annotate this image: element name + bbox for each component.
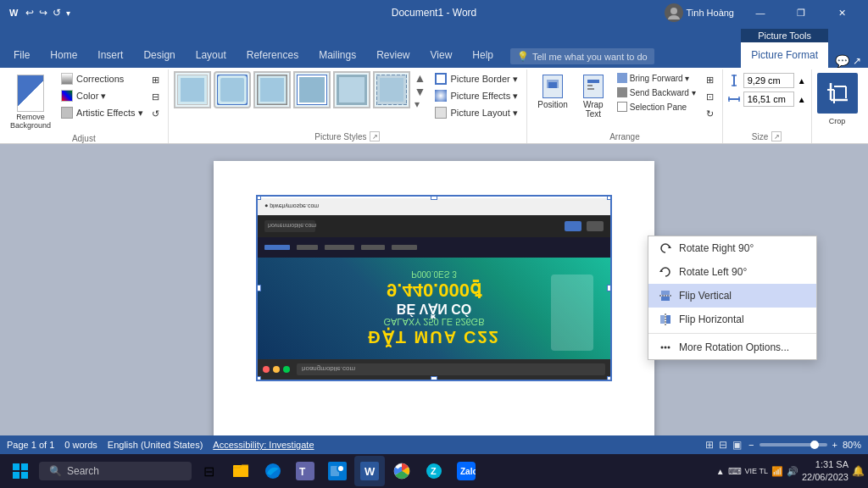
rotate-left-item[interactable]: Rotate Left 90°	[648, 260, 816, 284]
tab-home[interactable]: Home	[40, 42, 87, 68]
style-1[interactable]	[174, 71, 211, 108]
artistic-effects-btn[interactable]: Artistic Effects ▾	[58, 105, 147, 120]
position-btn[interactable]: Position	[532, 71, 573, 113]
quick-access-more[interactable]: ▾	[66, 8, 70, 18]
chevron-up-icon[interactable]: ▲	[716, 467, 725, 476]
reset-btn[interactable]: ↺	[148, 107, 163, 121]
tab-references[interactable]: References	[236, 42, 309, 68]
language-indicator[interactable]: VIE TL	[745, 467, 768, 476]
selection-pane-btn[interactable]: Selection Pane	[614, 100, 699, 114]
align-btn[interactable]: ⊞	[703, 73, 717, 87]
corrections-btn[interactable]: Corrections	[58, 71, 147, 86]
close-button[interactable]: ✕	[822, 0, 861, 25]
group-btn[interactable]: ⊡	[703, 90, 717, 104]
resize-handle-tl[interactable]	[256, 195, 261, 200]
compress-btn[interactable]: ⊞	[148, 73, 163, 87]
width-input[interactable]	[743, 92, 794, 107]
taskbar-teams[interactable]: T	[290, 456, 320, 486]
quick-access-save[interactable]: ↺	[53, 7, 61, 19]
taskbar-outlook[interactable]	[322, 456, 353, 486]
tab-layout[interactable]: Layout	[186, 42, 236, 68]
resize-handle-mr[interactable]	[607, 285, 612, 291]
accessibility[interactable]: Accessibility: Investigate	[213, 440, 314, 450]
style-2[interactable]	[214, 71, 251, 108]
user-area[interactable]: Tinh Hoàng	[665, 3, 734, 22]
web-view-btn[interactable]: ⊟	[717, 439, 729, 451]
remove-background-btn[interactable]: RemoveBackground	[5, 71, 56, 134]
zoom-slider[interactable]	[760, 443, 827, 446]
resize-handle-ml[interactable]	[256, 285, 261, 291]
resize-handle-tm[interactable]	[431, 195, 437, 200]
comments-icon[interactable]: 💬	[835, 54, 849, 68]
tell-me-bar[interactable]: 💡 Tell me what you want to do	[510, 48, 654, 64]
styles-expand[interactable]: ▾	[415, 98, 426, 110]
taskbar-explorer[interactable]	[225, 456, 256, 486]
height-input[interactable]	[743, 73, 794, 88]
resize-handle-bm[interactable]	[431, 376, 437, 381]
notification-btn[interactable]: 🔔	[852, 465, 865, 477]
resize-handle-tr[interactable]	[607, 195, 612, 200]
wifi-icon[interactable]: 📶	[771, 466, 783, 477]
tab-help[interactable]: Help	[462, 42, 504, 68]
selected-image[interactable]: hoangmobile.com ĐẶT MUA C22 GALAXY 250 L…	[256, 195, 612, 381]
taskbar-app2[interactable]: Z	[419, 456, 449, 486]
tab-insert[interactable]: Insert	[87, 42, 133, 68]
start-button[interactable]	[3, 456, 37, 486]
style-3[interactable]	[253, 71, 291, 108]
more-rotation-item[interactable]: More Rotation Options...	[648, 336, 816, 359]
read-view-btn[interactable]: ▣	[731, 439, 743, 451]
keyboard-icon[interactable]: ⌨	[728, 466, 742, 477]
width-stepper-up[interactable]: ▲	[798, 95, 806, 104]
wrap-text-btn[interactable]: WrapText	[576, 71, 610, 122]
resize-handle-br[interactable]	[607, 376, 612, 381]
zoom-thumb[interactable]	[810, 441, 819, 449]
zoom-in-btn[interactable]: +	[832, 440, 837, 450]
bring-forward-btn[interactable]: Bring Forward ▾	[614, 71, 699, 85]
tab-picture-format[interactable]: Picture Format	[741, 42, 828, 68]
quick-access-undo[interactable]: ↩	[25, 7, 34, 19]
share-icon[interactable]: ↗	[853, 55, 861, 67]
print-layout-btn[interactable]: ⊞	[704, 439, 715, 451]
taskbar-edge[interactable]	[258, 456, 288, 486]
color-btn[interactable]: Color ▾	[58, 88, 147, 103]
picture-layout-btn[interactable]: Picture Layout ▾	[431, 105, 521, 120]
send-backward-btn[interactable]: Send Backward ▾	[614, 86, 699, 99]
rotate-right-item[interactable]: Rotate Right 90°	[648, 236, 816, 260]
taskbar-zalo[interactable]: Zalo	[451, 456, 481, 486]
minimize-button[interactable]: —	[741, 0, 780, 25]
rotate-btn[interactable]: ↻	[703, 107, 717, 121]
ribbon-group-picture-styles: ▲ ▼ ▾ Picture Border ▾ Picture Effects ▾…	[169, 69, 528, 143]
task-view-btn[interactable]: ⊟	[193, 456, 224, 486]
flip-vertical-item[interactable]: Flip Vertical	[648, 284, 816, 308]
styles-scroll-down[interactable]: ▼	[415, 85, 426, 98]
style-5[interactable]	[333, 71, 370, 108]
tab-view[interactable]: View	[420, 42, 463, 68]
crop-btn[interactable]	[817, 73, 858, 114]
system-tray: ⌨ VIE TL 📶 🔊	[728, 466, 798, 477]
taskbar-search[interactable]: 🔍 Search	[39, 462, 192, 480]
change-btn[interactable]: ⊟	[148, 90, 163, 104]
volume-icon[interactable]: 🔊	[787, 466, 798, 477]
tab-review[interactable]: Review	[366, 42, 420, 68]
height-stepper-up[interactable]: ▲	[798, 76, 806, 86]
tab-design[interactable]: Design	[133, 42, 185, 68]
resize-handle-bl[interactable]	[256, 376, 261, 381]
styles-scroll-up[interactable]: ▲	[415, 71, 426, 85]
tab-mailings[interactable]: Mailings	[309, 42, 366, 68]
style-4[interactable]	[293, 71, 331, 108]
clock[interactable]: 1:31 SA 22/06/2023	[802, 458, 849, 485]
size-expand-icon[interactable]: ↗	[771, 131, 782, 141]
picture-effects-btn[interactable]: Picture Effects ▾	[431, 88, 521, 103]
ribbon-group-arrange: Position WrapText Bring Forward ▾ Send B…	[527, 69, 722, 143]
taskbar-word[interactable]: W	[354, 456, 385, 486]
quick-access-redo[interactable]: ↪	[39, 7, 47, 19]
picture-styles-expand-icon[interactable]: ↗	[370, 131, 380, 141]
picture-border-btn[interactable]: Picture Border ▾	[431, 71, 521, 86]
tab-file[interactable]: File	[3, 42, 40, 68]
taskbar-chrome[interactable]	[387, 456, 417, 486]
restore-button[interactable]: ❐	[782, 0, 821, 25]
style-6[interactable]	[373, 71, 410, 108]
zoom-level[interactable]: 80%	[843, 440, 861, 450]
zoom-out-btn[interactable]: −	[748, 440, 754, 450]
flip-horizontal-item[interactable]: Flip Horizontal	[648, 308, 816, 331]
